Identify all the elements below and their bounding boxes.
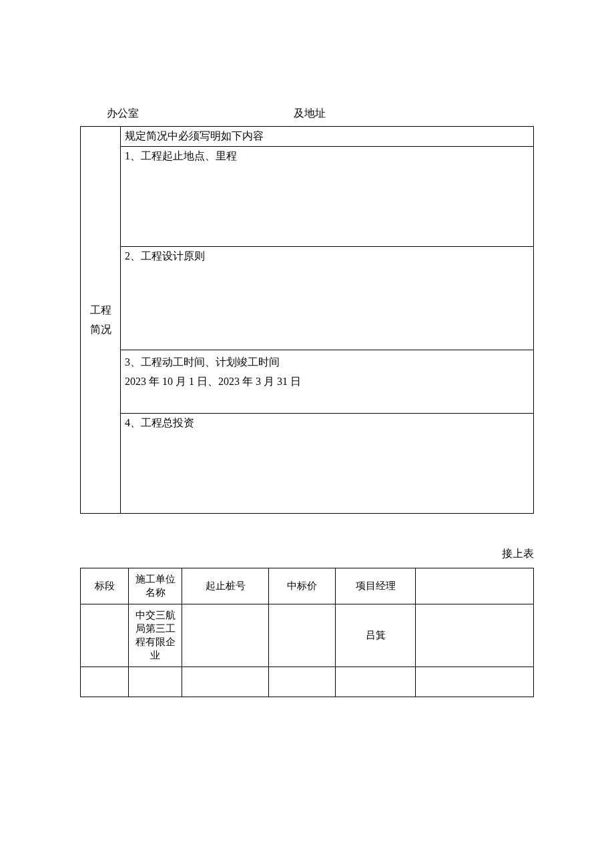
header-row: 办公室 及地址 xyxy=(80,107,534,121)
overview-row-1: 1、工程起止地点、里程 xyxy=(121,147,534,247)
header-blank xyxy=(416,568,534,604)
overview-row-4: 4、工程总投资 xyxy=(121,414,534,514)
cell-contractor xyxy=(129,667,182,697)
side-label-text: 工程简况 xyxy=(90,304,111,335)
cell-contractor: 中交三航局第三工程有限企业 xyxy=(129,604,182,667)
side-label: 工程简况 xyxy=(81,127,121,514)
project-overview-table: 工程简况 规定简况中必须写明如下内容 1、工程起止地点、里程 2、工程设计原则 … xyxy=(80,126,534,514)
contractor-table: 标段 施工单位名称 起止桩号 中标价 项目经理 中交三航局第三工程有限企业 吕箕 xyxy=(80,568,534,697)
cell-pm: 吕箕 xyxy=(336,604,416,667)
table-row xyxy=(81,667,534,697)
cell-section xyxy=(81,604,129,667)
header-contractor: 施工单位名称 xyxy=(129,568,182,604)
overview-row-intro: 规定简况中必须写明如下内容 xyxy=(121,127,534,147)
table-header-row: 标段 施工单位名称 起止桩号 中标价 项目经理 xyxy=(81,568,534,604)
header-right-text: 及地址 xyxy=(294,107,534,121)
cell-blank xyxy=(416,667,534,697)
cell-stake xyxy=(182,667,269,697)
continue-label: 接上表 xyxy=(80,547,534,561)
header-pm: 项目经理 xyxy=(336,568,416,604)
table-row: 中交三航局第三工程有限企业 吕箕 xyxy=(81,604,534,667)
header-section: 标段 xyxy=(81,568,129,604)
cell-bid xyxy=(269,604,336,667)
cell-blank xyxy=(416,604,534,667)
cell-pm xyxy=(336,667,416,697)
cell-section xyxy=(81,667,129,697)
cell-stake xyxy=(182,604,269,667)
overview-row-2: 2、工程设计原则 xyxy=(121,247,534,350)
cell-bid xyxy=(269,667,336,697)
overview-row-3: 3、工程动工时间、计划竣工时间2023 年 10 月 1 日、2023 年 3 … xyxy=(121,350,534,414)
header-bid: 中标价 xyxy=(269,568,336,604)
header-left-text: 办公室 xyxy=(107,107,294,121)
header-stake: 起止桩号 xyxy=(182,568,269,604)
